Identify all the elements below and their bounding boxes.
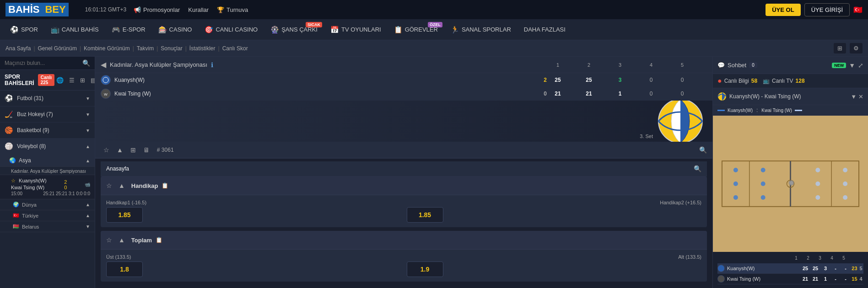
futbol-label: Futbol (31) (17, 95, 43, 101)
sport-basketbol[interactable]: 🏀 Basketbol (9) ▼ (0, 123, 95, 139)
t2s5: 0 (676, 91, 689, 97)
rp-chevron[interactable]: ▼ (849, 62, 855, 69)
casino-icon: 🎰 (158, 26, 167, 34)
panel-close[interactable]: ✕ (858, 93, 863, 100)
globe-view-icon[interactable]: 🌐 (54, 76, 65, 85)
ust-button[interactable]: 1.8 (106, 261, 143, 277)
breadcrumb-takvim[interactable]: Takvim (137, 45, 154, 52)
spor-icon: ⚽ (10, 26, 19, 34)
right-panel: 💬 Sohbet 0 NEW ▼ ⤢ ● Canlı Bilgi 58 📺 Ca… (712, 57, 868, 288)
match-search-icon[interactable]: 🔍 (699, 146, 707, 154)
sc-4-header: 4 (827, 256, 837, 261)
sans-carki-icon: 🎡 (270, 26, 279, 34)
handikap-copy-icon: 📋 (162, 182, 168, 189)
handikap-star[interactable]: ☆ (106, 182, 112, 189)
nav-sanal-sporlar[interactable]: 🏃 SANAL SPORLAR (444, 19, 518, 40)
svg-point-23 (815, 195, 820, 200)
sh-4: 4 (645, 62, 658, 68)
sport-voleybol[interactable]: 🏐 Voleybol (8) ▲ (0, 139, 95, 155)
grid-view-icon[interactable]: ⊞ (78, 76, 87, 85)
region-belarus[interactable]: 🇧🇾 Belarus ▼ (0, 221, 95, 232)
breadcrumb-home[interactable]: Ana Sayfa (5, 45, 31, 52)
panel-collapse[interactable]: ▼ (851, 93, 857, 100)
logo[interactable]: BAHİSBEY (5, 3, 69, 16)
region-turkiye[interactable]: 🇹🇷 Türkiye ▲ (0, 210, 95, 221)
match-header-section: ◀ Kadınlar. Asya Kulüpler Şampiyonası ℹ … (95, 57, 712, 159)
settings-button[interactable]: ⚙ (850, 43, 863, 53)
sidebar-scores: 2 0 (64, 179, 67, 190)
nav-sans-carki[interactable]: 🎡 ŞANS ÇARKI SICAK (264, 19, 324, 40)
breadcrumb-sonuclar[interactable]: Sonuçlar (161, 45, 182, 52)
alt-button[interactable]: 1.9 (407, 261, 443, 277)
top-bar: BAHİSBEY 16:01:12 GMT+3 📢 Promosyonlar K… (0, 0, 868, 19)
nav-gorevler[interactable]: 📋 GÖREVLER ÖZEL (388, 19, 444, 40)
team2-info: W Kwai Tsing (W) 0 (101, 89, 547, 99)
match-title-row: ◀ Kadınlar. Asya Kulüpler Şampiyonası ℹ … (95, 57, 712, 73)
compact-view-icon[interactable]: ▤ (89, 76, 95, 85)
nav-turnuva[interactable]: 🏆 Turnuva (217, 6, 248, 13)
t2s1: 21 (551, 91, 564, 97)
team2-bar-row: Kwai Tsing (W) (761, 108, 802, 113)
team2-bar-label: Kwai Tsing (W) (761, 108, 792, 113)
handikap1-button[interactable]: 1.85 (106, 207, 143, 223)
svg-text:W: W (104, 92, 108, 96)
monitor-icon[interactable]: 🖥 (140, 144, 152, 155)
promo-icon: 📢 (134, 6, 141, 13)
sh-3: 3 (614, 62, 626, 68)
svg-point-27 (718, 265, 724, 272)
live-info-bar: ● Canlı Bilgi 58 📺 Canlı TV 128 (713, 74, 868, 88)
t1s5: 0 (676, 77, 689, 83)
t2s4: 0 (645, 91, 658, 97)
region-dunya[interactable]: 🌍 Dünya ▲ (0, 199, 95, 210)
bet-group-handikap-header: ☆ ▲ Handikap 📋 (101, 176, 707, 195)
grid-tab-icon[interactable]: ⊞ (128, 144, 139, 155)
svg-point-24 (843, 168, 847, 172)
nav-canli-bahis[interactable]: 📺 CANLI BAHİS (44, 19, 105, 40)
sport-buz-hokeyi[interactable]: 🏒 Buz Hokeyi (7) ▼ (0, 107, 95, 123)
trophy-icon: 🏆 (217, 6, 224, 13)
match-item-kuanysh[interactable]: ☆ Kuanysh(W) Kwai Tsing (W) 2 0 📹 15:00 … (0, 175, 95, 199)
rp-expand[interactable]: ⤢ (858, 62, 863, 69)
nav-kurallar[interactable]: Kurallar (188, 6, 209, 13)
language-flag[interactable]: 🇹🇷 (853, 5, 863, 14)
nav-promosyonlar[interactable]: 📢 Promosyonlar (134, 6, 180, 13)
grid-view-button[interactable]: ⊞ (834, 43, 846, 53)
dunya-label: Dünya (22, 202, 37, 208)
info-icon[interactable]: ℹ (211, 61, 213, 69)
sidebar-title: SPOR BAHİSLERİ (5, 74, 34, 86)
list-view-icon[interactable]: ☰ (67, 76, 76, 85)
handikap-expand[interactable]: ▲ (116, 180, 128, 191)
up-icon[interactable]: ▲ (114, 144, 126, 155)
back-button[interactable]: ◀ (101, 60, 106, 69)
competition-label: Kadınlar. Asya Kulüpler Şampiyonası (0, 167, 95, 175)
login-button[interactable]: ÜYE GİRİŞİ (804, 3, 850, 16)
nav-canli-casino[interactable]: 🎯 CANLI CASINO (198, 19, 264, 40)
region-asya[interactable]: 🌏 Asya ▲ (0, 155, 95, 167)
nav-spor[interactable]: ⚽ SPOR (4, 19, 44, 40)
sport-futbol[interactable]: ⚽ Futbol (31) ▼ (0, 91, 95, 107)
team2-set-score: 0 (544, 91, 547, 97)
breadcrumb-genel[interactable]: Genel Görünüm (38, 45, 77, 52)
sc-t2s4: - (830, 276, 841, 282)
betting-search-icon[interactable]: 🔍 (694, 165, 701, 172)
sc-t1s2: 25 (810, 266, 820, 271)
nav-casino[interactable]: 🎰 CASINO (152, 19, 199, 40)
breadcrumb-canli-skor[interactable]: Canlı Skor (222, 45, 248, 52)
search-input[interactable] (5, 60, 82, 66)
t2s2: 21 (582, 91, 595, 97)
handikap2-button[interactable]: 1.85 (407, 207, 443, 223)
sc-5-header: 5 (839, 256, 849, 261)
star-tab-icon[interactable]: ☆ (101, 144, 112, 155)
nav-daha-fazlasi[interactable]: DAHA FAZLASI (518, 19, 572, 40)
nav-espor[interactable]: 🎮 E-SPOR (105, 19, 152, 40)
dunya-chevron: ▲ (86, 202, 90, 207)
view-icons: 🌐 ☰ ⊞ ▤ (54, 76, 95, 85)
register-button[interactable]: ÜYE OL (766, 4, 800, 16)
breadcrumb-istatistikler[interactable]: İstatistikler (189, 45, 216, 52)
breadcrumb-kombine[interactable]: Kombine Görünüm (84, 45, 130, 52)
set-label: 3. Set (640, 133, 653, 139)
nav-tv-oyunlari[interactable]: 📅 TV OYUNLARI (324, 19, 388, 40)
sh-2: 2 (582, 62, 595, 68)
toplam-expand[interactable]: ▲ (116, 235, 128, 245)
toplam-star[interactable]: ☆ (106, 236, 112, 244)
